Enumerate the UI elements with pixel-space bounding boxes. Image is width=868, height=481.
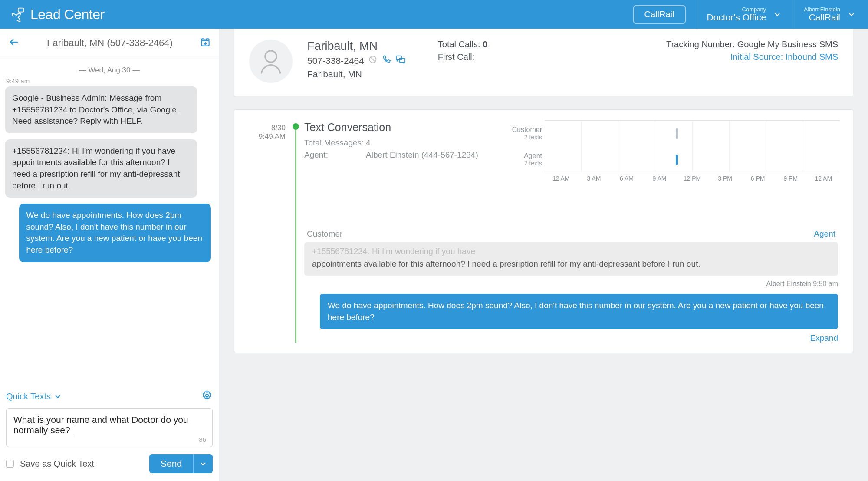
- svg-point-2: [206, 394, 209, 397]
- user-dropdown[interactable]: Albert Einstein CallRail: [794, 0, 868, 29]
- chevron-down-icon: [54, 393, 61, 400]
- brand-title: Lead Center: [30, 7, 105, 23]
- details-panel: Faribault, MN 507-338-2464 Faribault, MN…: [219, 29, 868, 481]
- conversation-card: 8/30 9:49 AM Text Conversation Total Mes…: [234, 109, 853, 353]
- svg-point-3: [265, 51, 276, 62]
- expand-link[interactable]: Expand: [304, 333, 838, 343]
- tab-customer[interactable]: Customer: [307, 229, 342, 239]
- block-icon[interactable]: [368, 55, 377, 66]
- user-org: CallRail: [804, 12, 840, 23]
- send-button[interactable]: Send: [149, 454, 193, 473]
- total-calls-value: 0: [483, 40, 487, 49]
- avatar: [249, 40, 293, 83]
- archive-button[interactable]: [200, 36, 211, 49]
- user-name: Albert Einstein: [804, 6, 840, 13]
- timeline-time: 9:49 AM: [249, 132, 286, 141]
- lead-name: Faribault, MN: [307, 40, 406, 53]
- message-icon[interactable]: [395, 55, 406, 66]
- conversation-panel: Faribault, MN (507-338-2464) — Wed, Aug …: [0, 29, 219, 481]
- timeline-line: [295, 124, 296, 343]
- person-icon: [256, 46, 286, 76]
- agent-value: Albert Einstein (444-567-1234): [366, 150, 478, 160]
- company-value: Doctor's Office: [707, 12, 766, 23]
- phone-icon[interactable]: [381, 55, 391, 66]
- lead-location: Faribault, MN: [307, 69, 406, 79]
- conversation-title: Faribault, MN (507-338-2464): [20, 37, 200, 49]
- lead-summary-card: Faribault, MN 507-338-2464 Faribault, MN…: [234, 29, 853, 96]
- lead-phone: 507-338-2464: [307, 56, 364, 66]
- message-thread: Customer Agent +15556781234. Hi I'm wond…: [304, 229, 838, 343]
- gear-icon: [201, 390, 213, 401]
- char-counter: 86: [199, 436, 206, 443]
- quick-texts-link[interactable]: Quick Texts: [6, 392, 61, 402]
- send-dropdown[interactable]: [193, 454, 213, 473]
- message-inbound: +15556781234: Hi I'm wondering if you ha…: [5, 139, 197, 198]
- timeline-dot: [293, 123, 299, 130]
- svg-rect-0: [18, 8, 24, 12]
- settings-button[interactable]: [201, 390, 213, 403]
- leadcenter-icon: [10, 7, 25, 22]
- chevron-down-icon: [848, 11, 855, 18]
- save-quick-label: Save as Quick Text: [20, 459, 94, 469]
- tab-agent[interactable]: Agent: [814, 229, 835, 239]
- save-quick-checkbox[interactable]: [6, 460, 14, 468]
- date-separator: — Wed, Aug 30 —: [5, 66, 214, 75]
- initial-source-link[interactable]: Inbound SMS: [786, 52, 838, 62]
- message-outbound: We do have appointments. How does 2pm so…: [19, 204, 211, 262]
- message-inbound: Google - Business Admin: Message from +1…: [5, 86, 197, 133]
- thread-message-outbound: We do have appointments. How does 2pm so…: [320, 294, 838, 329]
- timeline-date: 8/30: [249, 124, 286, 132]
- company-dropdown[interactable]: Company Doctor's Office: [697, 0, 794, 29]
- message-list: — Wed, Aug 30 — 9:49 am Google - Busines…: [0, 57, 219, 385]
- chevron-down-icon: [774, 11, 781, 18]
- app-header: Lead Center CallRail Company Doctor's Of…: [0, 0, 868, 29]
- brand: Lead Center: [0, 7, 105, 23]
- chevron-down-icon: [200, 460, 207, 467]
- tracking-number-link[interactable]: Google My Business SMS: [737, 40, 838, 49]
- activity-chart: Customer2 textsAgent2 texts 12 AM3 AM6 A…: [545, 120, 840, 182]
- thread-message-inbound: +15556781234. Hi I'm wondering if you ha…: [304, 242, 838, 276]
- callrail-button[interactable]: CallRail: [633, 5, 686, 24]
- company-label: Company: [707, 6, 766, 13]
- message-timestamp: 9:49 am: [6, 77, 214, 85]
- thread-message-meta: Albert Einstein 9:50 am: [304, 280, 838, 288]
- back-button[interactable]: [8, 36, 20, 50]
- compose-input[interactable]: What is your name and what Doctor do you…: [6, 408, 213, 447]
- total-messages-value: 4: [366, 138, 371, 148]
